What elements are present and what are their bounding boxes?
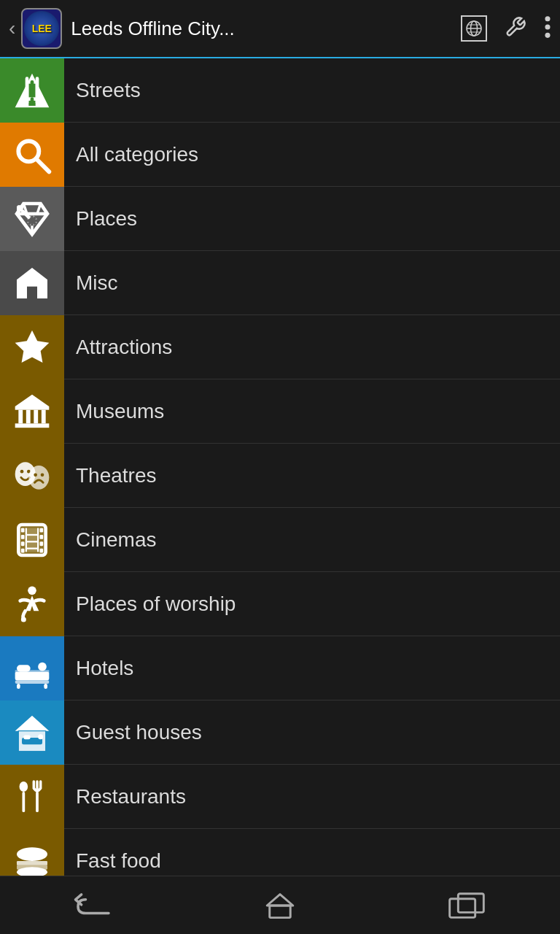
svg-rect-80 [17, 861, 47, 865]
svg-rect-12 [36, 77, 39, 104]
fastfood-icon-box [0, 829, 64, 876]
category-list: Streets All categories [0, 58, 560, 876]
svg-marker-83 [267, 894, 293, 905]
svg-rect-49 [40, 535, 44, 539]
svg-point-39 [28, 466, 49, 490]
svg-rect-65 [17, 684, 20, 689]
menu-item-misc[interactable]: Misc [0, 251, 560, 315]
svg-rect-78 [36, 792, 39, 812]
svg-point-6 [545, 24, 550, 29]
menu-item-fast-food[interactable]: Fast food [0, 829, 560, 876]
svg-point-63 [38, 662, 47, 671]
svg-rect-32 [26, 409, 31, 423]
menu-item-hotels[interactable]: Hotels [0, 636, 560, 700]
bottom-navigation [0, 876, 560, 934]
menu-item-all-categories[interactable]: All categories [0, 123, 560, 187]
home-nav-button[interactable] [258, 884, 302, 927]
wrench-icon[interactable] [505, 16, 526, 41]
svg-rect-84 [270, 906, 291, 918]
svg-point-41 [41, 473, 44, 476]
theatres-icon-box [0, 444, 64, 508]
hotels-label: Hotels [76, 657, 133, 680]
svg-rect-47 [21, 548, 25, 552]
svg-rect-44 [21, 528, 25, 532]
app-title: Leeds Offline City... [71, 18, 461, 40]
streets-icon-box [0, 58, 64, 123]
svg-rect-31 [18, 409, 23, 423]
menu-item-guest-houses[interactable]: Guest houses [0, 700, 560, 765]
svg-rect-34 [42, 409, 46, 423]
attractions-icon-box [0, 315, 64, 379]
guesthouses-label: Guest houses [76, 721, 202, 744]
svg-rect-30 [15, 406, 50, 410]
svg-rect-33 [34, 409, 38, 423]
svg-point-79 [17, 847, 47, 861]
svg-point-37 [20, 469, 24, 473]
worship-label: Places of worship [76, 593, 236, 616]
fastfood-label: Fast food [76, 849, 161, 873]
svg-marker-35 [15, 394, 50, 406]
svg-rect-51 [40, 548, 44, 552]
svg-point-72 [38, 734, 43, 739]
svg-point-59 [21, 617, 26, 622]
globe-icon[interactable] [461, 15, 487, 42]
svg-rect-86 [458, 893, 483, 912]
header-actions [461, 15, 551, 42]
svg-rect-29 [15, 423, 50, 428]
cinemas-icon-box [0, 508, 64, 572]
svg-rect-50 [40, 541, 44, 546]
svg-rect-11 [26, 77, 29, 104]
svg-rect-46 [21, 541, 25, 546]
svg-marker-67 [15, 715, 50, 730]
logo-text: LEE [32, 23, 52, 34]
guesthouses-icon-box [0, 700, 64, 765]
svg-rect-14 [31, 88, 34, 93]
cinemas-label: Cinemas [76, 528, 156, 552]
svg-rect-66 [44, 684, 47, 689]
svg-point-73 [20, 781, 28, 792]
all-categories-icon-box [0, 123, 64, 187]
svg-point-7 [545, 33, 550, 38]
hotels-icon-box [0, 636, 64, 700]
places-label: Places [76, 207, 137, 231]
attractions-label: Attractions [76, 336, 172, 359]
svg-rect-45 [21, 535, 25, 539]
menu-item-museums[interactable]: Museums [0, 379, 560, 444]
svg-line-17 [37, 160, 49, 171]
app-logo: LEE [21, 8, 62, 49]
svg-rect-74 [22, 792, 25, 812]
menu-item-places-of-worship[interactable]: Places of worship [0, 572, 560, 636]
svg-point-40 [34, 473, 37, 476]
svg-rect-27 [27, 286, 37, 298]
menu-item-places[interactable]: Places [0, 187, 560, 251]
restaurants-label: Restaurants [76, 785, 186, 808]
back-nav-button[interactable] [71, 884, 115, 927]
svg-rect-13 [31, 80, 34, 85]
museums-label: Museums [76, 400, 164, 423]
svg-rect-61 [15, 680, 50, 684]
recents-nav-button[interactable] [445, 884, 489, 927]
misc-icon-box [0, 251, 64, 315]
all-categories-label: All categories [76, 143, 198, 166]
museums-icon-box [0, 379, 64, 444]
menu-item-attractions[interactable]: Attractions [0, 315, 560, 379]
svg-point-5 [545, 16, 550, 21]
svg-rect-48 [40, 528, 44, 532]
svg-rect-85 [450, 898, 475, 917]
svg-rect-71 [23, 735, 30, 739]
svg-point-58 [28, 586, 36, 595]
theatres-label: Theatres [76, 464, 157, 487]
misc-label: Misc [76, 271, 118, 295]
menu-item-restaurants[interactable]: Restaurants [0, 765, 560, 829]
more-icon[interactable] [544, 15, 551, 42]
worship-icon-box [0, 572, 64, 636]
back-button[interactable]: ‹ [9, 17, 15, 40]
menu-item-cinemas[interactable]: Cinemas [0, 508, 560, 572]
menu-item-theatres[interactable]: Theatres [0, 444, 560, 508]
menu-item-streets[interactable]: Streets [0, 58, 560, 123]
restaurants-icon-box [0, 765, 64, 829]
streets-label: Streets [76, 79, 141, 102]
svg-rect-15 [31, 97, 34, 102]
app-header: ‹ LEE Leeds Offline City... [0, 0, 560, 58]
svg-marker-28 [15, 330, 50, 362]
